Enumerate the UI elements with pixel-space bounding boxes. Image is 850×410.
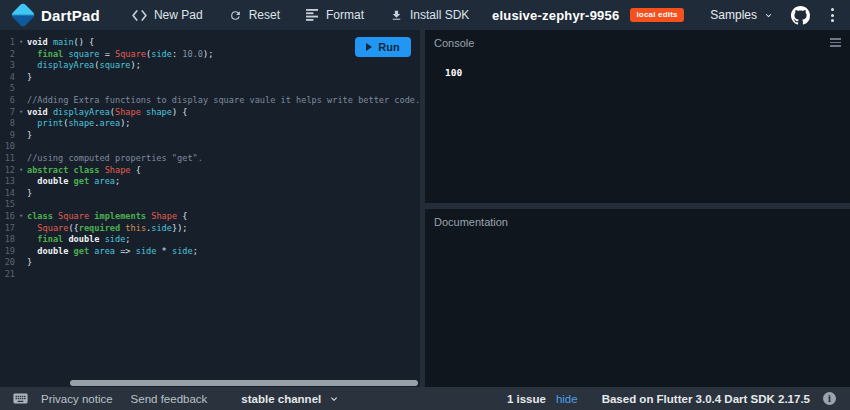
fold-arrow-icon[interactable]: ▾ [15,211,27,223]
code-token: shape [146,107,172,117]
code-token: => [115,246,136,256]
install-sdk-button[interactable]: Install SDK [390,8,469,22]
sdk-version-text: Based on Flutter 3.0.4 Dart SDK 2.17.5 [602,393,810,405]
line-number: 9 [0,130,15,142]
overflow-menu-icon[interactable] [827,6,838,24]
fold-gutter [15,199,27,211]
send-feedback-link[interactable]: Send feedback [131,393,208,405]
code-token: class [74,165,100,175]
refresh-icon [229,9,242,22]
code-token: side [172,246,193,256]
code-token: Square [115,49,146,59]
new-pad-button[interactable]: New Pad [132,8,203,22]
chevron-down-icon [328,393,340,405]
code-token: side [136,246,157,256]
format-lines-icon [306,9,319,21]
code-token [27,49,37,59]
format-button[interactable]: Format [306,8,364,22]
line-number: 8 [0,118,15,130]
pad-title-block: elusive-zephyr-9956 local edits [492,0,684,30]
code-text: class Square implements Shape { [27,211,420,223]
line-number: 19 [0,246,15,258]
code-token [27,60,37,70]
samples-dropdown[interactable]: Samples [710,8,774,22]
fold-gutter [15,118,27,130]
code-line: 4} [0,72,420,84]
code-token: //Adding Extra functions to display squa… [27,95,420,105]
code-token: ; [125,234,130,244]
code-token: final [37,49,63,59]
code-token: 10.0 [182,49,203,59]
clear-console-icon[interactable] [830,38,841,47]
fold-gutter [15,83,27,95]
code-token: ; [193,246,198,256]
run-button[interactable]: Run [355,37,411,57]
code-line: 6//Adding Extra functions to display squ… [0,95,420,107]
line-number: 1 [0,37,15,49]
code-token: shape [68,118,94,128]
code-editor[interactable]: 1▾void main() {2 final square = Square(s… [0,30,420,387]
code-text: void displayArea(Shape shape) { [27,107,420,119]
code-token: area [94,246,115,256]
fold-gutter [15,49,27,61]
code-token: square [99,60,130,70]
code-token: required [79,223,120,233]
code-text: double get area => side * side; [27,246,420,258]
code-token: double [68,234,99,244]
code-token: = [99,49,115,59]
keyboard-shortcuts-button[interactable] [12,390,29,407]
code-text [27,141,420,153]
privacy-notice-link[interactable]: Privacy notice [41,393,113,405]
code-text: double get area; [27,176,420,188]
fold-gutter [15,60,27,72]
fold-arrow-icon[interactable]: ▾ [15,165,27,177]
samples-label: Samples [710,8,757,22]
code-token: area [99,118,120,128]
code-text: } [27,130,420,142]
code-line: 16▾class Square implements Shape { [0,211,420,223]
nav-label: Install SDK [410,8,469,22]
fold-gutter [15,188,27,200]
line-number: 2 [0,49,15,61]
run-label: Run [378,41,399,53]
code-token: get [74,246,90,256]
code-text: //Adding Extra functions to display squa… [27,95,420,107]
fold-arrow-icon[interactable]: ▾ [15,107,27,119]
nav-label: New Pad [154,8,203,22]
horizontal-scrollbar[interactable] [70,380,418,386]
code-token: Shape [151,211,177,221]
info-icon[interactable]: i [823,392,836,405]
code-line: 7▾void displayArea(Shape shape) { [0,107,420,119]
footer-bar: Privacy notice Send feedback stable chan… [0,387,850,410]
code-token [27,234,37,244]
code-token: } [27,130,32,140]
fold-gutter [15,130,27,142]
line-number: 20 [0,257,15,269]
line-number: 4 [0,72,15,84]
code-text: abstract class Shape { [27,165,420,177]
line-number: 12 [0,165,15,177]
code-token: displayArea [53,107,110,117]
console-output: 100 [425,54,850,78]
hide-issues-link[interactable]: hide [556,393,578,405]
code-line: 9} [0,130,420,142]
channel-dropdown[interactable]: stable channel [241,393,340,405]
code-line: 14} [0,188,420,200]
code-token: } [27,188,32,198]
fold-gutter [15,176,27,188]
line-number: 3 [0,60,15,72]
right-panels: Console 100 Documentation [425,30,850,387]
code-token [27,176,37,186]
dartpad-logo-icon [10,2,35,27]
code-token: : [172,49,182,59]
github-icon[interactable] [791,6,810,25]
status-right: 1 issue hide Based on Flutter 3.0.4 Dart… [507,392,836,405]
reset-button[interactable]: Reset [229,8,280,22]
fold-gutter [15,141,27,153]
app-title: DartPad [41,7,100,24]
issues-count[interactable]: 1 issue [507,393,546,405]
line-number: 21 [0,269,15,281]
code-text: } [27,72,420,84]
code-token [27,246,37,256]
fold-arrow-icon[interactable]: ▾ [15,37,27,49]
